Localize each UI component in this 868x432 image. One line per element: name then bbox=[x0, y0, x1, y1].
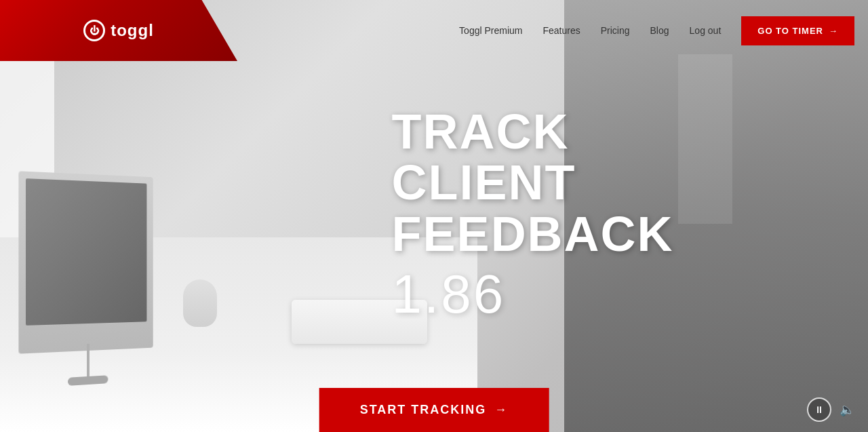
nav-blog[interactable]: Blog bbox=[650, 25, 669, 36]
monitor-shape bbox=[18, 171, 153, 353]
hero-title-line2: CLIENT bbox=[392, 155, 576, 210]
monitor-stand bbox=[87, 344, 90, 378]
hero-title-line1: TRACK bbox=[392, 104, 570, 159]
monitor-screen bbox=[26, 178, 146, 326]
start-tracking-arrow: → bbox=[494, 403, 508, 417]
hero-title-line3: FEEDBACK bbox=[392, 207, 674, 261]
logo-text: toggl bbox=[111, 21, 154, 40]
nav: Toggl Premium Features Pricing Blog Log … bbox=[459, 16, 868, 45]
nav-logout[interactable]: Log out bbox=[690, 25, 722, 36]
pause-icon: ⏸ bbox=[814, 404, 824, 415]
logo-area: ⏻ toggl bbox=[0, 0, 237, 61]
volume-button[interactable]: 🔈 bbox=[840, 402, 854, 417]
logo-icon: ⏻ bbox=[83, 20, 105, 41]
logo: ⏻ toggl bbox=[83, 20, 154, 41]
volume-icon: 🔈 bbox=[840, 403, 854, 416]
start-tracking-label: START TRACKING bbox=[360, 403, 487, 417]
go-to-timer-button[interactable]: GO TO TIMER → bbox=[741, 16, 854, 45]
hero-title: TRACK CLIENT FEEDBACK bbox=[392, 106, 674, 260]
mouse-shape bbox=[183, 279, 217, 327]
hero-content: TRACK CLIENT FEEDBACK 1.86 bbox=[392, 106, 674, 326]
media-controls: ⏸ 🔈 bbox=[807, 397, 854, 422]
go-to-timer-arrow: → bbox=[829, 26, 838, 36]
nav-pricing[interactable]: Pricing bbox=[601, 25, 630, 36]
nav-toggl-premium[interactable]: Toggl Premium bbox=[459, 25, 522, 36]
header: ⏻ toggl Toggl Premium Features Pricing B… bbox=[0, 0, 868, 61]
start-tracking-button[interactable]: START TRACKING → bbox=[319, 388, 549, 432]
go-to-timer-label: GO TO TIMER bbox=[757, 26, 823, 36]
nav-features[interactable]: Features bbox=[542, 25, 580, 36]
hero-number: 1.86 bbox=[392, 263, 674, 326]
pause-button[interactable]: ⏸ bbox=[807, 397, 831, 422]
power-icon: ⏻ bbox=[90, 25, 100, 36]
